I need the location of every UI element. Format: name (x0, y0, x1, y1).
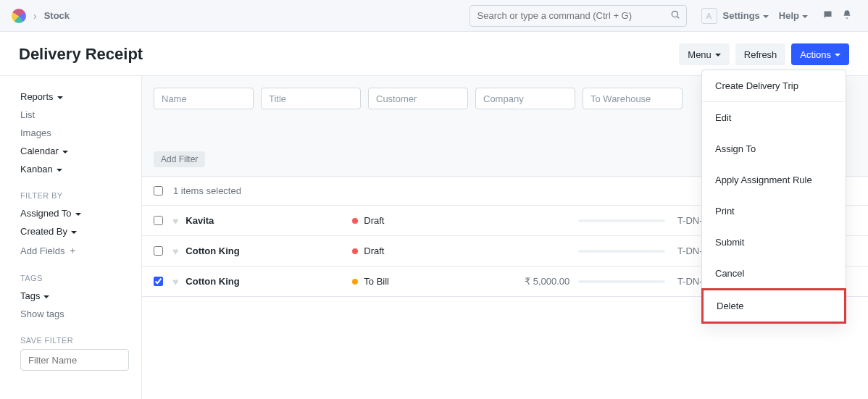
sidebar-list[interactable]: List (20, 106, 127, 124)
row-status: Draft (352, 245, 497, 256)
heart-icon[interactable]: ♥ (172, 245, 178, 257)
caret-down-icon (75, 208, 81, 219)
filter-customer[interactable] (368, 88, 468, 109)
heart-icon[interactable]: ♥ (172, 276, 178, 287)
filter-by-heading: FILTER BY (20, 191, 127, 200)
actions-menu-assign-to[interactable]: Assign To (702, 133, 846, 164)
filter-name[interactable] (154, 88, 254, 109)
svg-point-0 (672, 11, 677, 17)
sidebar-add-fields[interactable]: Add Fields＋ (20, 240, 127, 261)
sidebar-item-label: Assigned To (20, 208, 72, 219)
actions-menu-submit[interactable]: Submit (702, 227, 846, 258)
sidebar-calendar[interactable]: Calendar (20, 142, 127, 160)
caret-down-icon (43, 290, 49, 301)
settings-link[interactable]: Settings (723, 10, 769, 21)
menu-button-label: Menu (688, 49, 711, 60)
row-name: Cotton King (185, 245, 352, 256)
sidebar-images[interactable]: Images (20, 124, 127, 142)
add-filter-button[interactable]: Add Filter (154, 151, 205, 167)
svg-line-1 (677, 17, 679, 19)
heart-icon[interactable]: ♥ (172, 215, 178, 227)
page-header: Delivery Receipt Menu Refresh Actions (0, 32, 868, 75)
row-checkbox[interactable] (154, 277, 163, 286)
sidebar-item-label: Calendar (20, 146, 59, 156)
sidebar: Reports List Images Calendar Kanban FILT… (0, 76, 142, 399)
chat-icon[interactable] (822, 9, 833, 22)
sidebar-kanban[interactable]: Kanban (20, 160, 127, 178)
tags-heading: TAGS (20, 274, 127, 282)
refresh-button[interactable]: Refresh (735, 43, 786, 65)
sidebar-item-label: Kanban (20, 164, 53, 175)
breadcrumb-stock[interactable]: Stock (44, 10, 70, 21)
global-search[interactable] (470, 5, 687, 27)
help-label: Help (779, 10, 799, 21)
sidebar-tags[interactable]: Tags (20, 287, 127, 305)
actions-dropdown: Create Delivery TripEditAssign ToApply A… (701, 70, 846, 324)
caret-down-icon (715, 49, 721, 60)
save-filter-heading: SAVE FILTER (20, 336, 127, 345)
caret-down-icon (62, 146, 68, 156)
bell-icon[interactable] (842, 9, 852, 22)
chevron-right-icon: › (33, 10, 37, 22)
user-avatar[interactable]: A (701, 8, 717, 24)
row-progress-bar (578, 250, 665, 253)
row-checkbox[interactable] (154, 216, 163, 225)
select-all-checkbox[interactable] (154, 186, 163, 196)
sidebar-show-tags[interactable]: Show tags (20, 305, 127, 323)
row-progress-bar (578, 219, 665, 222)
sidebar-item-label: Tags (20, 290, 40, 301)
caret-down-icon (57, 164, 62, 175)
sidebar-reports[interactable]: Reports (20, 88, 127, 106)
top-navbar: › Stock A Settings Help (0, 0, 868, 32)
menu-button[interactable]: Menu (679, 43, 730, 65)
caret-down-icon (71, 226, 77, 237)
selected-count: 1 items selected (173, 185, 241, 196)
help-link[interactable]: Help (779, 10, 808, 21)
status-dot-icon (352, 248, 358, 254)
actions-menu-delete[interactable]: Delete (701, 288, 846, 324)
plus-icon: ＋ (68, 244, 78, 257)
row-status: Draft (352, 215, 497, 226)
sidebar-assigned-to[interactable]: Assigned To (20, 204, 127, 222)
search-input[interactable] (470, 10, 664, 21)
sidebar-item-label: Add Fields (20, 245, 64, 256)
filter-name-input[interactable] (20, 349, 129, 371)
sidebar-item-label: Reports (20, 91, 54, 102)
actions-menu-cancel[interactable]: Cancel (702, 258, 846, 289)
caret-down-icon (763, 10, 769, 21)
row-name: Cotton King (185, 276, 352, 287)
caret-down-icon (835, 49, 840, 60)
settings-label: Settings (723, 10, 760, 21)
row-name: Kavita (185, 215, 352, 226)
actions-menu-edit[interactable]: Edit (702, 102, 846, 133)
actions-menu-create-delivery-trip[interactable]: Create Delivery Trip (702, 70, 846, 101)
page-title: Delivery Receipt (19, 45, 143, 64)
filter-company[interactable] (475, 88, 575, 109)
status-dot-icon (352, 218, 358, 224)
row-status: To Bill (352, 276, 497, 287)
app-logo[interactable] (12, 9, 26, 23)
caret-down-icon (802, 10, 808, 21)
row-checkbox[interactable] (154, 246, 163, 256)
caret-down-icon (57, 91, 63, 102)
status-dot-icon (352, 279, 358, 285)
actions-button-label: Actions (800, 49, 831, 60)
sidebar-item-label: Created By (20, 226, 67, 237)
search-icon (664, 9, 686, 22)
actions-menu-apply-assignment-rule[interactable]: Apply Assignment Rule (702, 164, 846, 196)
filter-title[interactable] (261, 88, 361, 109)
actions-button[interactable]: Actions (791, 43, 849, 65)
actions-menu-print[interactable]: Print (702, 196, 846, 227)
page-actions: Menu Refresh Actions (679, 43, 849, 65)
row-progress-bar (578, 280, 665, 283)
sidebar-created-by[interactable]: Created By (20, 222, 127, 240)
filter-to-warehouse[interactable] (583, 88, 683, 109)
row-amount: ₹ 5,000.00 (497, 276, 569, 287)
